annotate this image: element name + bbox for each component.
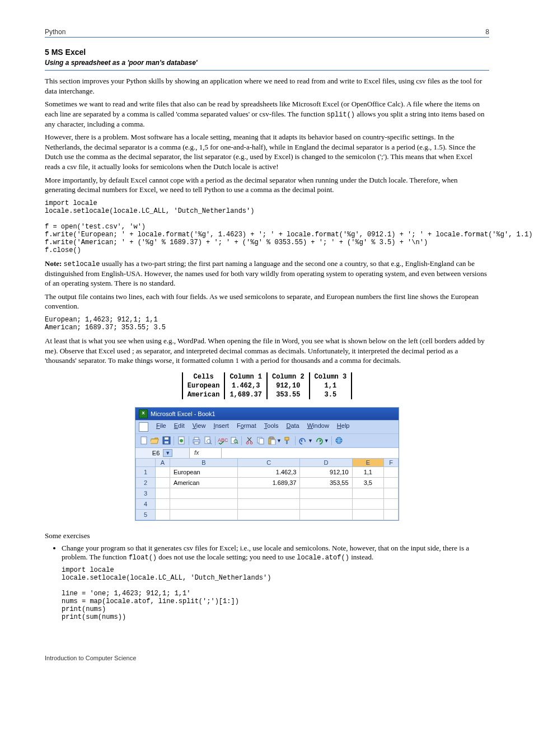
redo-dropdown-icon[interactable]: ▼	[324, 438, 329, 444]
preview-cell: 353.55	[267, 390, 310, 399]
section-rule	[45, 70, 489, 71]
cell[interactable]: 353,55	[300, 477, 352, 488]
menu-help[interactable]: Help	[337, 422, 350, 432]
cell[interactable]	[352, 498, 383, 509]
cell[interactable]	[352, 509, 383, 520]
select-all-corner[interactable]	[136, 458, 156, 466]
cell[interactable]	[238, 498, 300, 509]
print-icon[interactable]	[191, 436, 202, 446]
code-block-1: import locale locale.setlocale(locale.LC…	[45, 199, 489, 254]
name-box[interactable]: E6 ▼	[135, 448, 190, 458]
cell[interactable]	[156, 488, 170, 498]
cell[interactable]: 1.462,3	[238, 466, 300, 477]
cell[interactable]	[156, 509, 170, 520]
col-header[interactable]: A	[156, 458, 170, 466]
preview-cell: 1.462,3	[224, 381, 267, 390]
cell[interactable]	[156, 466, 170, 477]
intro-para-1: This section improves your Python skills…	[45, 76, 489, 96]
toolbar-separator	[331, 436, 332, 445]
cell[interactable]: 3,5	[352, 477, 383, 488]
menu-insert[interactable]: Insert	[213, 422, 229, 432]
row-header[interactable]: 3	[136, 488, 156, 498]
svg-line-11	[210, 442, 212, 444]
exercise-list: Change your program so that it generates…	[45, 544, 489, 562]
col-header[interactable]: D	[300, 458, 352, 466]
code-split: split()	[327, 111, 355, 119]
cell[interactable]	[170, 498, 237, 509]
svg-rect-23	[270, 437, 273, 438]
cell[interactable]	[300, 488, 352, 498]
cell[interactable]	[384, 488, 399, 498]
preview-cell: American	[182, 390, 225, 399]
column-headers: A B C D E F	[136, 458, 399, 466]
cell[interactable]	[156, 477, 170, 488]
permission-icon[interactable]	[176, 436, 186, 446]
fx-label[interactable]: fx	[190, 448, 222, 458]
excel-window: X Microsoft Excel - Book1 File Edit View…	[135, 407, 399, 521]
copy-icon[interactable]	[255, 436, 265, 446]
formula-input[interactable]	[222, 448, 399, 458]
row-header[interactable]: 1	[136, 466, 156, 477]
menu-file[interactable]: File	[156, 422, 166, 432]
cell[interactable]	[170, 509, 237, 520]
spelling-icon[interactable]: ABC	[218, 436, 228, 446]
cell[interactable]	[238, 488, 300, 498]
open-icon[interactable]	[150, 436, 160, 446]
menu-edit[interactable]: Edit	[174, 422, 185, 432]
preview-cell: Column 3	[310, 372, 352, 381]
redo-icon[interactable]	[314, 436, 324, 446]
menu-data[interactable]: Data	[286, 422, 299, 432]
format-painter-icon[interactable]	[283, 436, 293, 446]
code-block-3: import locale locale.setlocale(locale.LC…	[62, 566, 489, 621]
header-left: Python	[45, 28, 65, 36]
row-header[interactable]: 4	[136, 498, 156, 509]
cell[interactable]: European	[170, 466, 237, 477]
cell[interactable]: 1.689,37	[238, 477, 300, 488]
new-icon[interactable]	[139, 436, 149, 446]
cell[interactable]: 912,10	[300, 466, 352, 477]
table-row: 1 European 1.462,3 912,10 1,1	[136, 466, 399, 477]
cell[interactable]: 1,1	[352, 466, 383, 477]
row-header[interactable]: 2	[136, 477, 156, 488]
col-header[interactable]: B	[170, 458, 237, 466]
cell[interactable]	[352, 488, 383, 498]
namebox-dropdown-icon[interactable]: ▼	[163, 449, 172, 457]
col-header-selected[interactable]: E	[352, 458, 383, 466]
paste-dropdown-icon[interactable]: ▼	[277, 438, 282, 444]
cell[interactable]	[300, 498, 352, 509]
print-preview-icon[interactable]	[203, 436, 213, 446]
cell[interactable]: American	[170, 477, 237, 488]
menu-tools[interactable]: Tools	[264, 422, 279, 432]
undo-icon[interactable]	[298, 436, 308, 446]
cell[interactable]	[238, 509, 300, 520]
cell[interactable]	[384, 498, 399, 509]
hyperlink-icon[interactable]	[334, 436, 344, 446]
preview-cell: 912,10	[267, 381, 310, 390]
cell[interactable]	[384, 466, 399, 477]
cell[interactable]	[300, 509, 352, 520]
col-header[interactable]: F	[384, 458, 399, 466]
paste-icon[interactable]	[266, 436, 277, 446]
cell[interactable]	[170, 488, 237, 498]
col-header[interactable]: C	[238, 458, 300, 466]
preview-table: Cells Column 1 Column 2 Column 3 Europea…	[182, 372, 352, 399]
menu-window[interactable]: Window	[307, 422, 329, 432]
code-block-2: European; 1,4623; 912,1; 1,1 American; 1…	[45, 316, 489, 332]
row-header[interactable]: 5	[136, 509, 156, 520]
research-icon[interactable]	[229, 436, 239, 446]
exercise-item: Change your program so that it generates…	[62, 544, 489, 562]
cell[interactable]	[384, 477, 399, 488]
save-icon[interactable]	[161, 436, 171, 446]
excel-titlebar: X Microsoft Excel - Book1	[135, 408, 399, 420]
cell[interactable]	[384, 509, 399, 520]
preview-cell: 3.5	[310, 390, 352, 399]
menu-format[interactable]: Format	[237, 422, 256, 432]
cut-icon[interactable]	[244, 436, 254, 446]
cell[interactable]	[156, 498, 170, 509]
excel-title: Microsoft Excel - Book1	[151, 410, 216, 417]
menu-view[interactable]: View	[193, 422, 206, 432]
undo-dropdown-icon[interactable]: ▼	[308, 438, 313, 444]
preview-cell: Column 2	[267, 372, 310, 381]
spreadsheet-grid[interactable]: A B C D E F 1 European 1.462,3 912,10 1,…	[135, 458, 399, 520]
header-right: 8	[485, 28, 489, 36]
